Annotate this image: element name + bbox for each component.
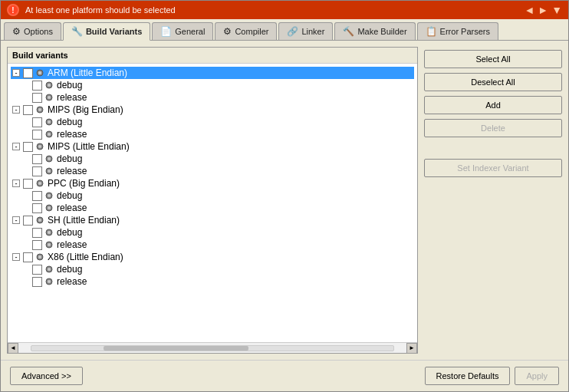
svg-point-33 xyxy=(48,268,51,271)
tree-node-mips-little[interactable]: - MIPS (Little Endian) xyxy=(11,140,414,153)
arm-children: debug release xyxy=(29,79,414,104)
list-item: - X86 (Little Endian) xyxy=(11,251,414,288)
checkbox-mips-big[interactable] xyxy=(23,105,33,115)
expand-sh-little-icon[interactable]: - xyxy=(12,216,20,224)
checkbox-mips-big-release[interactable] xyxy=(32,130,42,140)
tree-node-mips-little-debug[interactable]: debug xyxy=(29,153,414,165)
tree-node-sh-little-release[interactable]: release xyxy=(29,239,414,251)
tab-error-parsers[interactable]: 📋 Error Parsers xyxy=(417,22,498,40)
checkbox-mips-little-release[interactable] xyxy=(32,166,42,176)
tab-general[interactable]: 📄 General xyxy=(152,22,213,40)
expand-mips-little-icon[interactable]: - xyxy=(12,143,20,150)
tab-compiler-label: Compiler xyxy=(235,27,268,36)
mips-big-children: debug release xyxy=(29,116,414,140)
restore-defaults-button[interactable]: Restore Defaults xyxy=(425,367,511,385)
checkbox-ppc-big-release[interactable] xyxy=(32,203,42,213)
tree-node-sh-little[interactable]: - SH (Little Endian) xyxy=(11,214,414,226)
tree-node-mips-little-release[interactable]: release xyxy=(29,165,414,177)
checkbox-sh-little-debug[interactable] xyxy=(32,228,42,238)
svg-point-25 xyxy=(38,219,41,222)
tab-options[interactable]: ⚙ Options xyxy=(4,22,61,40)
checkbox-arm-release[interactable] xyxy=(32,93,42,103)
dropdown-button[interactable]: ▼ xyxy=(551,4,562,16)
checkbox-sh-little[interactable] xyxy=(23,216,33,226)
deselect-all-button[interactable]: Deselect All xyxy=(424,73,562,91)
tab-linker[interactable]: 🔗 Linker xyxy=(278,22,333,40)
tab-build-variants[interactable]: 🔧 Build Variants xyxy=(63,22,150,41)
tree-node-arm[interactable]: - ARM (Little Endian) xyxy=(11,67,414,79)
svg-point-13 xyxy=(38,145,41,148)
panel-title: Build variants xyxy=(8,48,417,64)
error-parsers-tab-icon: 📋 xyxy=(426,26,437,37)
checkbox-mips-little[interactable] xyxy=(23,142,33,152)
advanced-button[interactable]: Advanced >> xyxy=(10,367,83,385)
expand-x86-little-icon[interactable]: - xyxy=(12,253,20,261)
forward-button[interactable]: ► xyxy=(538,4,548,16)
tree-node-mips-big-release[interactable]: release xyxy=(29,128,414,140)
tree-node-mips-big-debug[interactable]: debug xyxy=(29,116,414,128)
sh-little-release-label: release xyxy=(57,239,87,250)
tree-node-x86-little-debug[interactable]: debug xyxy=(29,263,414,275)
x86-little-label: X86 (Little Endian) xyxy=(48,252,123,262)
gear-mips-little-release-icon xyxy=(44,166,54,176)
expand-ppc-big-icon[interactable]: - xyxy=(12,180,20,187)
mips-big-label: MIPS (Big Endian) xyxy=(48,104,123,115)
list-item: - MIPS (Big Endian) xyxy=(11,104,414,140)
tree-node-mips-big[interactable]: - MIPS (Big Endian) xyxy=(11,104,414,116)
select-all-button[interactable]: Select All xyxy=(424,50,562,68)
scroll-thumb[interactable] xyxy=(104,346,248,351)
tree-node-x86-little[interactable]: - X86 (Little Endian) xyxy=(11,251,414,263)
tree-container[interactable]: - ARM (Little Endian) xyxy=(8,64,417,342)
delete-button[interactable]: Delete xyxy=(424,119,562,137)
scroll-track[interactable] xyxy=(31,345,394,351)
ppc-big-release-label: release xyxy=(57,203,87,213)
checkbox-x86-little[interactable] xyxy=(23,252,33,262)
arm-release-label: release xyxy=(57,92,87,103)
checkbox-x86-little-debug[interactable] xyxy=(32,265,42,275)
svg-point-3 xyxy=(48,84,51,87)
scroll-right-button[interactable]: ► xyxy=(406,343,417,354)
arm-debug-label: debug xyxy=(57,80,82,91)
back-button[interactable]: ◄ xyxy=(524,4,534,16)
checkbox-ppc-big-debug[interactable] xyxy=(32,191,42,201)
svg-point-19 xyxy=(38,182,41,185)
tree-node-arm-release[interactable]: release xyxy=(29,91,414,104)
ppc-big-debug-label: debug xyxy=(57,190,82,201)
checkbox-mips-big-debug[interactable] xyxy=(32,117,42,127)
tab-compiler[interactable]: ⚙ Compiler xyxy=(215,22,277,40)
svg-point-23 xyxy=(48,206,51,209)
scroll-left-button[interactable]: ◄ xyxy=(8,343,18,354)
arm-label: ARM (Little Endian) xyxy=(48,68,127,78)
expand-mips-big-icon[interactable]: - xyxy=(12,106,20,114)
expand-arm-icon[interactable]: - xyxy=(12,69,20,77)
checkbox-sh-little-release[interactable] xyxy=(32,240,42,250)
checkbox-x86-little-release[interactable] xyxy=(32,277,42,287)
svg-point-17 xyxy=(48,170,51,173)
tree-node-ppc-big-release[interactable]: release xyxy=(29,202,414,214)
tree-node-ppc-big[interactable]: - PPC (Big Endian) xyxy=(11,177,414,189)
gear-sh-little-icon xyxy=(35,215,45,226)
tree-node-x86-little-release[interactable]: release xyxy=(29,275,414,288)
horizontal-scrollbar[interactable]: ◄ ► xyxy=(8,342,417,353)
checkbox-ppc-big[interactable] xyxy=(23,179,33,189)
checkbox-mips-little-debug[interactable] xyxy=(32,154,42,164)
tree-node-ppc-big-debug[interactable]: debug xyxy=(29,189,414,202)
gear-sh-little-debug-icon xyxy=(44,227,54,238)
linker-tab-icon: 🔗 xyxy=(287,26,298,37)
apply-button[interactable]: Apply xyxy=(515,367,559,385)
gear-mips-little-debug-icon xyxy=(44,153,54,164)
tab-make-builder-label: Make Builder xyxy=(357,27,406,36)
tabs-bar: ⚙ Options 🔧 Build Variants 📄 General ⚙ C… xyxy=(1,19,568,41)
checkbox-arm[interactable] xyxy=(23,68,33,78)
tree-node-sh-little-debug[interactable]: debug xyxy=(29,226,414,239)
tree-node-arm-debug[interactable]: debug xyxy=(29,79,414,91)
title-bar: ! At least one platform should be select… xyxy=(1,1,568,19)
checkbox-arm-debug[interactable] xyxy=(32,81,42,91)
mips-big-release-label: release xyxy=(57,129,87,140)
set-indexer-variant-button[interactable]: Set Indexer Variant xyxy=(424,159,562,177)
tab-make-builder[interactable]: 🔨 Make Builder xyxy=(334,22,415,40)
gear-mips-big-debug-icon xyxy=(44,117,54,127)
add-button[interactable]: Add xyxy=(424,96,562,114)
svg-point-27 xyxy=(48,231,51,234)
gear-arm-release-icon xyxy=(44,92,54,103)
